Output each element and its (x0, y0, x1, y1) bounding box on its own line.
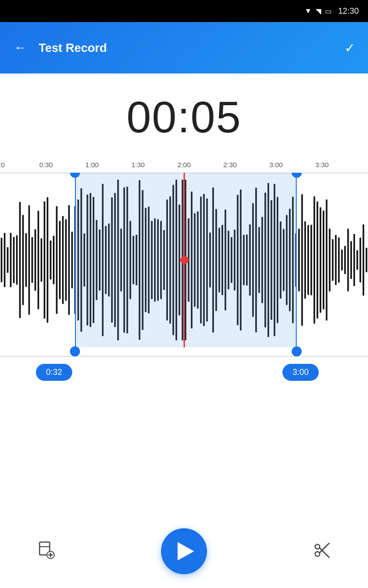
play-triangle-icon (178, 542, 194, 560)
svg-rect-81 (249, 225, 251, 296)
svg-rect-73 (224, 209, 226, 311)
svg-point-125 (315, 544, 320, 549)
svg-rect-18 (56, 206, 58, 314)
svg-rect-66 (203, 194, 205, 326)
svg-rect-8 (25, 233, 27, 287)
svg-rect-9 (29, 205, 30, 315)
svg-rect-13 (40, 238, 42, 282)
svg-rect-33 (102, 184, 104, 336)
left-handle-bottom[interactable] (70, 346, 80, 356)
svg-rect-97 (298, 229, 300, 291)
svg-rect-93 (286, 215, 288, 305)
svg-rect-78 (240, 189, 242, 330)
confirm-button[interactable]: ✓ (341, 37, 359, 59)
svg-rect-25 (77, 199, 79, 321)
ruler-label: 0:30 (39, 161, 52, 169)
svg-rect-102 (314, 196, 316, 323)
svg-rect-26 (80, 188, 82, 332)
svg-rect-68 (209, 232, 211, 287)
svg-rect-39 (121, 229, 122, 292)
svg-rect-16 (50, 240, 52, 279)
svg-rect-90 (277, 197, 279, 323)
svg-rect-44 (136, 235, 138, 285)
svg-rect-57 (176, 180, 178, 340)
svg-rect-95 (292, 197, 294, 323)
svg-rect-30 (93, 197, 95, 323)
svg-rect-104 (320, 207, 322, 312)
right-handle-bottom[interactable] (292, 346, 302, 356)
svg-rect-103 (316, 201, 318, 318)
start-time-badge: 0:32 (36, 364, 72, 381)
svg-rect-107 (329, 228, 331, 291)
svg-rect-6 (19, 202, 21, 318)
svg-rect-91 (280, 221, 282, 299)
ruler-label: 2:00 (177, 161, 190, 169)
svg-rect-115 (353, 234, 355, 286)
back-button[interactable]: ← (9, 37, 31, 59)
svg-rect-65 (200, 197, 202, 323)
svg-rect-10 (31, 237, 33, 283)
scissors-button[interactable] (313, 541, 331, 561)
svg-rect-54 (167, 199, 168, 320)
timer-section: 00:05 (0, 74, 368, 152)
svg-rect-3 (10, 233, 12, 287)
svg-rect-63 (194, 213, 196, 306)
add-clip-button[interactable] (37, 541, 55, 561)
svg-rect-69 (213, 187, 214, 333)
svg-rect-92 (283, 229, 285, 291)
ruler-label: 0:0 (0, 161, 5, 169)
svg-line-128 (319, 543, 329, 553)
svg-rect-15 (47, 197, 49, 322)
svg-rect-27 (84, 233, 86, 287)
bottom-line (0, 356, 368, 356)
svg-rect-119 (366, 248, 368, 272)
time-labels-row: 0:32 3:00 (0, 360, 368, 388)
ruler-label: 1:30 (131, 161, 144, 169)
svg-rect-21 (65, 219, 67, 300)
svg-rect-101 (310, 225, 312, 295)
app-bar: ← Test Record ✓ (0, 22, 368, 74)
playhead-dot[interactable] (180, 256, 189, 264)
svg-rect-89 (274, 184, 276, 336)
svg-rect-52 (160, 221, 162, 299)
bottom-toolbar (0, 514, 368, 588)
timer-display: 00:05 (126, 92, 242, 142)
svg-rect-105 (323, 211, 325, 310)
svg-rect-11 (34, 229, 36, 291)
playhead[interactable] (184, 173, 185, 347)
svg-rect-98 (301, 194, 303, 326)
svg-rect-53 (163, 230, 165, 290)
svg-rect-82 (252, 203, 254, 317)
svg-rect-114 (351, 241, 352, 279)
svg-rect-85 (261, 217, 263, 303)
svg-rect-51 (157, 219, 159, 300)
app-title: Test Record (39, 41, 341, 55)
svg-rect-83 (255, 188, 257, 333)
svg-rect-4 (13, 237, 15, 283)
svg-rect-49 (151, 221, 153, 299)
svg-rect-111 (341, 249, 343, 270)
svg-rect-67 (206, 198, 208, 322)
svg-rect-86 (264, 192, 266, 328)
svg-rect-36 (111, 197, 113, 322)
svg-rect-31 (96, 220, 98, 300)
svg-rect-29 (90, 193, 92, 327)
svg-rect-34 (105, 226, 107, 294)
svg-rect-37 (114, 193, 116, 327)
svg-rect-55 (169, 197, 171, 324)
svg-rect-87 (268, 183, 270, 337)
svg-rect-76 (234, 230, 236, 290)
svg-rect-113 (347, 229, 349, 291)
svg-rect-116 (356, 250, 358, 270)
play-button[interactable] (161, 528, 207, 574)
waveform-canvas[interactable] (0, 173, 368, 356)
svg-rect-106 (326, 199, 328, 320)
svg-rect-70 (215, 209, 217, 311)
svg-rect-17 (53, 236, 55, 284)
svg-rect-5 (16, 235, 18, 285)
ruler-label: 2:30 (223, 161, 236, 169)
svg-rect-94 (289, 209, 291, 311)
svg-rect-41 (126, 187, 128, 334)
svg-rect-23 (71, 232, 73, 288)
svg-rect-108 (332, 239, 334, 281)
